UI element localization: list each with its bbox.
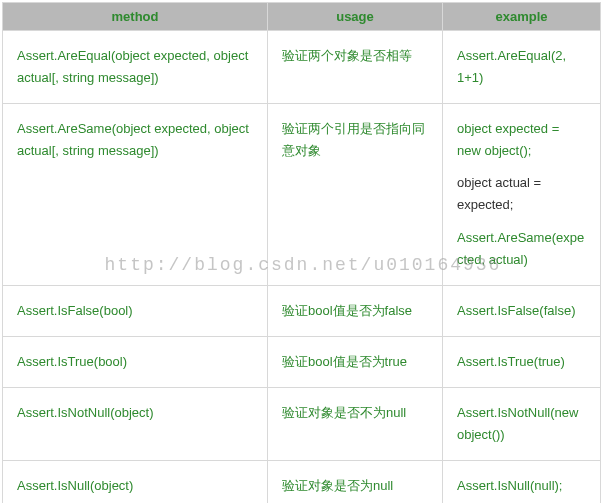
cell-method: Assert.IsTrue(bool) [3,336,268,387]
table-row: Assert.IsTrue(bool)验证bool值是否为trueAssert.… [3,336,601,387]
example-line: Assert.IsTrue(true) [457,351,586,373]
example-line: Assert.IsNull(null); [457,475,586,497]
table-row: Assert.IsNotNull(object)验证对象是否不为nullAsse… [3,387,601,460]
cell-usage: 验证bool值是否为true [268,336,443,387]
example-line: object expected = new object(); [457,118,586,162]
cell-usage: 验证两个对象是否相等 [268,31,443,104]
cell-method: Assert.IsNotNull(object) [3,387,268,460]
cell-usage: 验证对象是否不为null [268,387,443,460]
assert-methods-table: method usage example Assert.AreEqual(obj… [2,2,601,503]
cell-example: Assert.IsNull(null); [443,461,601,503]
cell-example: Assert.IsTrue(true) [443,336,601,387]
example-line: Assert.AreEqual(2, 1+1) [457,45,586,89]
col-header-usage: usage [268,3,443,31]
table-row: Assert.AreEqual(object expected, object … [3,31,601,104]
col-header-method: method [3,3,268,31]
table-row: Assert.IsNull(object)验证对象是否为nullAssert.I… [3,461,601,503]
cell-example: object expected = new object();object ac… [443,104,601,286]
cell-example: Assert.IsNotNull(new object()) [443,387,601,460]
example-line: Assert.AreSame(expected, actual) [457,227,586,271]
cell-method: Assert.AreSame(object expected, object a… [3,104,268,286]
cell-method: Assert.AreEqual(object expected, object … [3,31,268,104]
example-line: object actual = expected; [457,172,586,216]
cell-example: Assert.AreEqual(2, 1+1) [443,31,601,104]
cell-example: Assert.IsFalse(false) [443,285,601,336]
cell-usage: 验证对象是否为null [268,461,443,503]
cell-usage: 验证bool值是否为false [268,285,443,336]
cell-method: Assert.IsNull(object) [3,461,268,503]
table-header-row: method usage example [3,3,601,31]
table-row: Assert.AreSame(object expected, object a… [3,104,601,286]
example-line: Assert.IsFalse(false) [457,300,586,322]
col-header-example: example [443,3,601,31]
table-row: Assert.IsFalse(bool)验证bool值是否为falseAsser… [3,285,601,336]
cell-method: Assert.IsFalse(bool) [3,285,268,336]
example-line: Assert.IsNotNull(new object()) [457,402,586,446]
cell-usage: 验证两个引用是否指向同意对象 [268,104,443,286]
